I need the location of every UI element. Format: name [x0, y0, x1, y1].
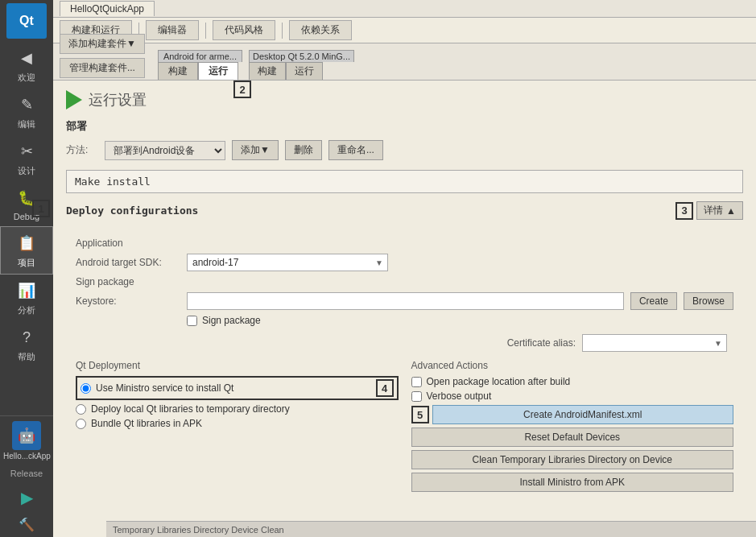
advanced-actions-col: Advanced Actions Open package location a…	[411, 360, 734, 495]
sign-package-check-label: Sign package	[202, 315, 261, 326]
build-icon: 🔨	[19, 517, 35, 532]
app-title-tab: HelloQtQuickApp	[60, 1, 155, 16]
radio-ministro[interactable]	[81, 383, 91, 394]
install-ministro-button[interactable]: Install Ministro from APK	[411, 473, 734, 492]
qt-logo: Qt	[19, 14, 34, 28]
sidebar-item-edit[interactable]: ✎ 编辑	[0, 89, 53, 135]
radio-ministro-label: Use Ministro service to install Qt	[96, 382, 233, 394]
run-settings-header: 运行设置	[66, 90, 743, 109]
sidebar-item-design[interactable]: ✂ 设计	[0, 135, 53, 182]
sidebar: Qt ◀ 欢迎 ✎ 编辑 ✂ 设计 🐛 Debug 📋 项目 📊 分析 ? 帮助…	[0, 0, 53, 537]
sidebar-label-welcome: 欢迎	[18, 72, 35, 84]
android-kit-name: Android for arme...	[158, 50, 242, 62]
check-verbose-option[interactable]: Verbose output	[411, 390, 734, 402]
deploy-title: 部署	[66, 119, 743, 134]
status-text: Temporary Libraries Directory Device Cle…	[113, 525, 284, 535]
manage-kit-button[interactable]: 管理构建套件...	[60, 58, 145, 78]
android-build-tab[interactable]: 构建	[158, 62, 198, 80]
browse-keystore-button[interactable]: Browse	[684, 292, 733, 310]
callout-5: 5	[411, 406, 429, 423]
desktop-run-tab[interactable]: 运行	[286, 62, 323, 80]
android-run-tab[interactable]: 运行	[198, 62, 238, 80]
android-target-select-wrapper: android-17	[187, 254, 388, 271]
bottom-status-bar: Temporary Libraries Directory Device Cle…	[106, 521, 756, 537]
sidebar-play-btn[interactable]: ▶	[0, 483, 53, 512]
toolbar-sep-2	[205, 23, 206, 39]
desktop-kit-tabs: 构建 运行	[249, 62, 354, 80]
radio-deploy-local[interactable]	[76, 404, 86, 415]
toolbar-dependencies[interactable]: 依赖关系	[289, 20, 352, 40]
radio-ministro-option[interactable]: Use Ministro service to install Qt 4	[76, 376, 399, 400]
toolbar-code-style[interactable]: 代码风格	[213, 20, 275, 40]
cert-alias-label: Certificate alias:	[507, 337, 576, 349]
sidebar-item-help[interactable]: ? 帮助	[0, 321, 53, 368]
kit-bar: 添加构建套件▼ 管理构建套件... Android for arme... 构建…	[53, 43, 756, 81]
sign-package-checkbox-label[interactable]: Sign package	[187, 315, 261, 326]
method-select[interactable]: 部署到Android设备	[105, 141, 225, 160]
qt-deploy-title: Qt Deployment	[76, 360, 399, 371]
sidebar-label-project: 项目	[18, 257, 35, 269]
check-open-package[interactable]	[411, 377, 422, 387]
sidebar-item-project[interactable]: 📋 项目	[0, 226, 53, 275]
cert-alias-select[interactable]	[582, 334, 727, 352]
details-button[interactable]: 详情 ▲	[696, 201, 743, 220]
title-bar: HelloQtQuickApp	[53, 0, 756, 18]
desktop-build-tab[interactable]: 构建	[249, 62, 286, 80]
edit-icon: ✎	[15, 93, 38, 116]
android-target-label: Android target SDK:	[76, 257, 180, 268]
callout-1-overlay: 1	[32, 200, 50, 217]
delete-deploy-button[interactable]: 删除	[285, 140, 322, 160]
app-name-label: Hello...ckApp	[3, 452, 51, 461]
create-keystore-button[interactable]: Create	[630, 292, 677, 310]
deploy-section: 部署 方法: 部署到Android设备 添加▼ 删除 重命名...	[66, 119, 743, 160]
app-icon: 🤖	[12, 421, 41, 450]
reset-devices-button[interactable]: Reset Default Devices	[411, 428, 734, 447]
sidebar-label-edit: 编辑	[18, 118, 35, 130]
radio-bundle[interactable]	[76, 419, 86, 429]
sidebar-bottom: 🤖 Hello...ckApp Release ▶ 🔨	[0, 414, 53, 537]
callout-2-overlay: 2	[233, 81, 251, 98]
android-target-select[interactable]: android-17	[187, 254, 388, 271]
clean-temp-button[interactable]: Clean Temporary Libraries Directory on D…	[411, 450, 734, 469]
sign-package-check-row: Sign package	[76, 315, 733, 329]
run-settings-title: 运行设置	[89, 90, 147, 109]
sidebar-label-design: 设计	[18, 165, 35, 177]
toolbar-editor[interactable]: 编辑器	[146, 20, 199, 40]
radio-deploy-local-label: Deploy local Qt libraries to temporary d…	[91, 403, 290, 415]
radio-bundle-label: Bundle Qt libraries in APK	[91, 418, 202, 429]
add-kit-button[interactable]: 添加构建套件▼	[60, 34, 145, 54]
release-label: Release	[10, 469, 43, 478]
method-label: 方法:	[66, 143, 98, 157]
radio-deploy-local-option[interactable]: Deploy local Qt libraries to temporary d…	[76, 403, 399, 415]
add-deploy-button[interactable]: 添加▼	[232, 140, 279, 160]
check-open-package-option[interactable]: Open package location after build	[411, 376, 734, 387]
play-icon: ▶	[21, 488, 33, 507]
check-verbose-label: Verbose output	[427, 390, 492, 402]
sidebar-app-entry: 🤖 Hello...ckApp	[0, 418, 53, 464]
sign-package-section: Sign package	[76, 276, 733, 287]
chevron-up-icon: ▲	[726, 205, 736, 217]
run-play-icon	[66, 90, 82, 109]
welcome-icon: ◀	[15, 47, 38, 69]
sidebar-item-analyze[interactable]: 📊 分析	[0, 275, 53, 321]
radio-bundle-option[interactable]: Bundle Qt libraries in APK	[76, 418, 399, 429]
sidebar-release-label: Release	[0, 464, 53, 483]
create-manifest-button[interactable]: Create AndroidManifest.xml	[432, 405, 734, 424]
check-verbose[interactable]	[411, 391, 422, 402]
make-install-box: Make install	[66, 170, 743, 193]
android-kit-group: Android for arme... 构建 运行	[158, 50, 242, 80]
sign-package-checkbox[interactable]	[187, 316, 197, 326]
qt-deployment-col: Qt Deployment Use Ministro service to in…	[76, 360, 399, 495]
rename-deploy-button[interactable]: 重命名...	[328, 140, 383, 160]
callout-4: 4	[376, 379, 394, 397]
deploy-method-row: 方法: 部署到Android设备 添加▼ 删除 重命名...	[66, 140, 743, 160]
callout-3: 3	[675, 202, 693, 220]
sidebar-item-welcome[interactable]: ◀ 欢迎	[0, 42, 53, 89]
deploy-config-section: Deploy configurations 3 详情 ▲ Application…	[66, 201, 743, 502]
application-section-label: Application	[76, 238, 733, 249]
sidebar-label-help: 帮助	[18, 351, 35, 363]
keystore-row: Keystore: Create Browse	[76, 292, 733, 310]
deploy-config-title: Deploy configurations	[66, 204, 198, 217]
keystore-input[interactable]	[187, 292, 624, 310]
sidebar-build-btn[interactable]: 🔨	[0, 512, 53, 537]
